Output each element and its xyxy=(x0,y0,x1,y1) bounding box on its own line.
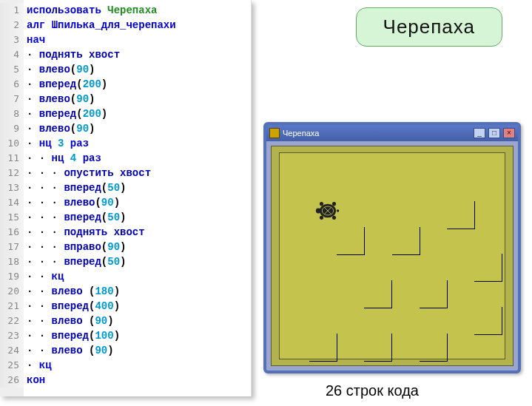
drawn-line xyxy=(337,227,365,255)
line-number: 3 xyxy=(0,33,24,47)
line-number-gutter: 1234567891011121314151617181920212223242… xyxy=(0,0,24,396)
code-line[interactable]: · · · поднять хвост xyxy=(24,225,251,240)
line-number: 5 xyxy=(0,62,24,77)
svg-point-3 xyxy=(320,202,323,206)
line-number: 8 xyxy=(0,106,24,121)
code-line[interactable]: · вперед(200) xyxy=(24,106,251,121)
drawn-line xyxy=(474,254,502,282)
code-line[interactable]: · · · вперед(50) xyxy=(24,180,251,195)
code-line[interactable]: · · вперед(100) xyxy=(24,328,251,343)
code-line[interactable]: · кц xyxy=(24,358,251,373)
line-number: 2 xyxy=(0,18,24,33)
code-line[interactable]: · влево(90) xyxy=(24,92,251,106)
svg-point-7 xyxy=(337,209,339,212)
line-number: 22 xyxy=(0,314,24,328)
code-line[interactable]: · влево(90) xyxy=(24,62,251,77)
code-line[interactable]: · поднять хвост xyxy=(24,47,251,62)
drawn-line xyxy=(309,334,337,362)
minimize-button[interactable]: _ xyxy=(474,128,485,138)
code-line[interactable]: · · нц 4 раз xyxy=(24,151,251,166)
window-title: Черепаха xyxy=(283,129,471,138)
svg-point-6 xyxy=(332,216,336,220)
drawn-line xyxy=(392,227,420,255)
drawn-line xyxy=(364,334,392,362)
code-editor[interactable]: 1234567891011121314151617181920212223242… xyxy=(0,0,252,396)
footer-caption: 26 строк кода xyxy=(326,382,419,399)
line-number: 20 xyxy=(0,284,24,299)
line-number: 17 xyxy=(0,240,24,254)
drawn-line xyxy=(447,201,475,229)
drawn-line xyxy=(420,334,448,362)
drawn-line xyxy=(364,280,392,308)
code-line[interactable]: · · вперед(400) xyxy=(24,299,251,314)
drawn-line xyxy=(420,280,448,308)
line-number: 18 xyxy=(0,254,24,269)
code-line[interactable]: · · · опустить хвост xyxy=(24,166,251,180)
code-line[interactable]: · вперед(200) xyxy=(24,77,251,92)
svg-point-2 xyxy=(316,209,321,214)
drawn-line xyxy=(474,307,502,335)
line-number: 10 xyxy=(0,136,24,151)
window-titlebar[interactable]: Черепаха _ □ × xyxy=(266,125,518,141)
line-number: 4 xyxy=(0,47,24,62)
line-number: 16 xyxy=(0,225,24,240)
line-number: 1 xyxy=(0,3,24,18)
turtle-canvas xyxy=(279,152,505,359)
svg-point-5 xyxy=(320,216,323,220)
svg-point-4 xyxy=(332,202,336,206)
code-line[interactable]: · · · вправо(90) xyxy=(24,240,251,254)
code-line[interactable]: · нц 3 раз xyxy=(24,136,251,151)
line-number: 7 xyxy=(0,92,24,106)
line-number: 15 xyxy=(0,210,24,225)
code-line[interactable]: · влево(90) xyxy=(24,121,251,136)
code-line[interactable]: · · · вперед(50) xyxy=(24,210,251,225)
line-number: 23 xyxy=(0,328,24,343)
line-number: 13 xyxy=(0,180,24,195)
code-line[interactable]: · · влево (90) xyxy=(24,343,251,358)
code-line[interactable]: · · кц xyxy=(24,269,251,284)
code-line[interactable]: нач xyxy=(24,33,251,47)
line-number: 25 xyxy=(0,358,24,373)
close-button[interactable]: × xyxy=(503,128,515,138)
line-number: 11 xyxy=(0,151,24,166)
turtle-icon xyxy=(269,128,280,138)
code-line[interactable]: · · · вперед(50) xyxy=(24,254,251,269)
turtle-icon xyxy=(315,200,340,221)
line-number: 19 xyxy=(0,269,24,284)
title-badge: Черепаха xyxy=(356,7,502,47)
turtle-output-window[interactable]: Черепаха _ □ × xyxy=(263,122,521,373)
line-number: 26 xyxy=(0,373,24,388)
line-number: 9 xyxy=(0,121,24,136)
line-number: 14 xyxy=(0,195,24,210)
line-number: 24 xyxy=(0,343,24,358)
code-line[interactable]: использовать Черепаха xyxy=(24,3,251,18)
code-line[interactable]: · · · влево(90) xyxy=(24,195,251,210)
code-line[interactable]: · · влево (90) xyxy=(24,314,251,328)
line-number: 12 xyxy=(0,166,24,180)
line-number: 6 xyxy=(0,77,24,92)
code-line[interactable]: кон xyxy=(24,373,251,388)
code-line[interactable]: алг Шпилька_для_черепахи xyxy=(24,18,251,33)
code-body[interactable]: использовать Черепахаалг Шпилька_для_чер… xyxy=(24,0,251,396)
canvas-outer xyxy=(271,146,514,366)
line-number: 21 xyxy=(0,299,24,314)
code-line[interactable]: · · влево (180) xyxy=(24,284,251,299)
maximize-button[interactable]: □ xyxy=(488,128,500,138)
